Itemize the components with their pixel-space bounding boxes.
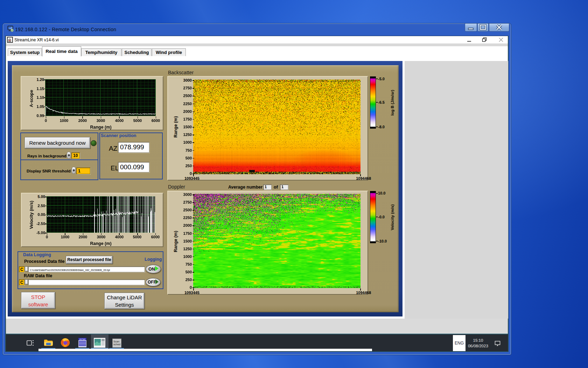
svg-text:VETER: VETER: [79, 338, 85, 340]
